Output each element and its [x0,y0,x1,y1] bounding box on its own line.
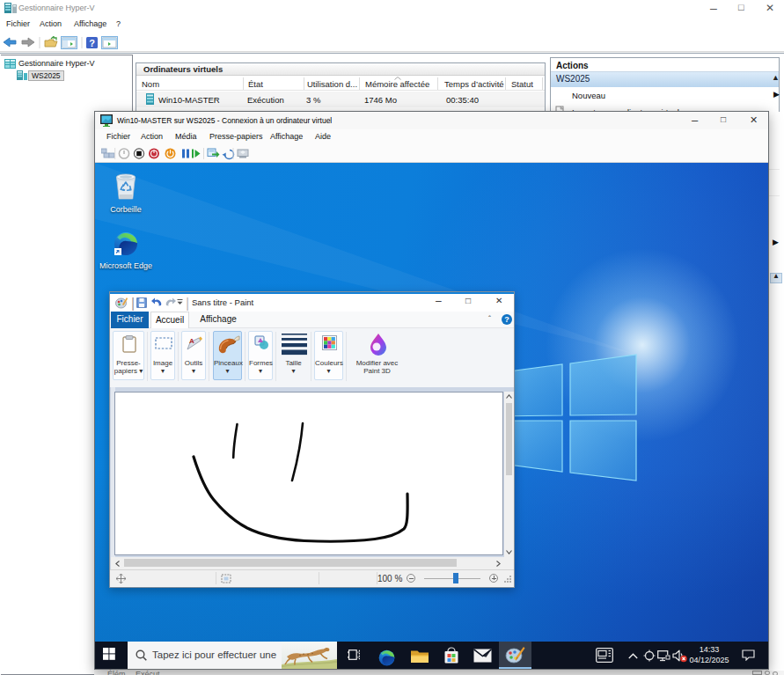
svg-text:A: A [189,337,194,345]
svg-text:?: ? [89,38,95,48]
